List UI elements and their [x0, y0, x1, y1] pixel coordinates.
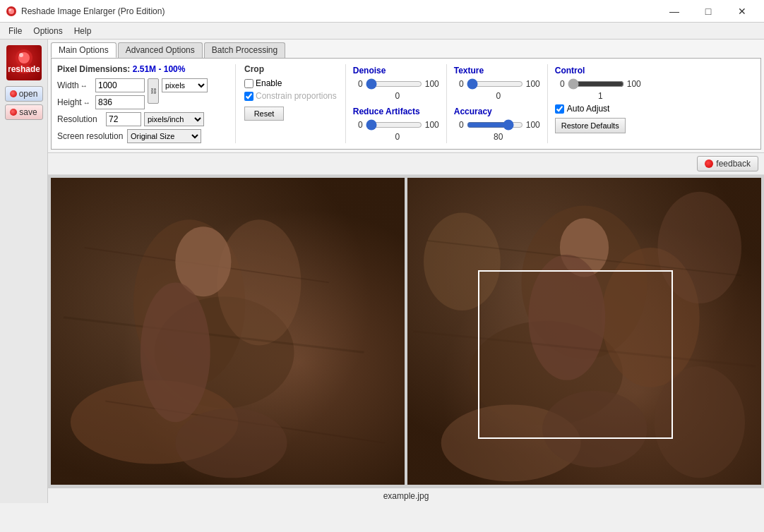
unit-row: pixels inches cm mm % [162, 78, 208, 92]
crop-section: Crop Enable Constrain proportions Reset [235, 64, 337, 143]
auto-adjust-row: Auto Adjust [555, 104, 646, 114]
texture-min: 0 [454, 79, 464, 89]
app-logo: reshade [6, 45, 42, 80]
texture-slider[interactable] [467, 78, 523, 90]
content-area: Main Options Advanced Options Batch Proc… [48, 40, 764, 503]
tab-main-options[interactable]: Main Options [51, 42, 117, 58]
height-arrow-icon: ↔ [83, 99, 90, 107]
crop-title: Crop [244, 64, 337, 74]
unit-select[interactable]: pixels inches cm mm % [162, 78, 208, 92]
menu-options[interactable]: Options [28, 25, 68, 37]
options-panel: Main Options Advanced Options Batch Proc… [48, 40, 764, 153]
reduce-artifacts-slider[interactable] [366, 119, 422, 131]
auto-adjust-label[interactable]: Auto Adjust [567, 104, 610, 114]
screen-resolution-row: Screen resolution Original Size Full Scr… [57, 129, 227, 143]
control-section: Control 0 100 1 Auto Adjust [547, 64, 646, 143]
crop-enable-checkbox[interactable] [244, 79, 253, 88]
window-controls: — □ ✕ [658, 0, 758, 23]
height-row: Height ↔ [57, 95, 145, 109]
svg-point-29 [542, 391, 647, 468]
svg-text:reshade: reshade [8, 64, 40, 74]
status-bar: example.jpg [48, 488, 764, 503]
resolution-unit-select[interactable]: pixels/inch pixels/cm [144, 112, 204, 126]
left-image-svg [51, 178, 405, 485]
resolution-label: Resolution [57, 114, 103, 124]
titlebar: Reshade Image Enlarger (Pro Edition) — □… [0, 0, 764, 23]
denoise-min: 0 [353, 79, 363, 89]
pixel-dimensions-label: Pixel Dimensions: 2.51M - 100% [57, 64, 227, 74]
svg-point-5 [19, 53, 23, 57]
svg-point-30 [424, 212, 501, 310]
auto-adjust-checkbox[interactable] [555, 104, 564, 114]
open-icon [10, 90, 17, 97]
app-icon [6, 6, 17, 17]
reduce-artifacts-slider-row: 0 100 [353, 119, 442, 131]
screen-resolution-select[interactable]: Original Size Full Screen Custom [127, 129, 201, 143]
menu-help[interactable]: Help [68, 25, 97, 37]
crop-constrain-row: Constrain proportions [244, 91, 337, 101]
reduce-artifacts-value: 0 [389, 132, 406, 142]
reduce-artifacts-max: 100 [425, 120, 442, 130]
denoise-value: 0 [389, 91, 406, 101]
texture-value: 0 [490, 91, 507, 101]
svg-point-19 [175, 408, 287, 478]
panel-content: Pixel Dimensions: 2.51M - 100% Width ↔ [51, 58, 761, 150]
slider-sections: Denoise 0 100 0 Reduce Artifacts 0 [345, 64, 755, 143]
crop-reset-button[interactable]: Reset [244, 107, 284, 121]
minimize-button[interactable]: — [658, 0, 691, 23]
crop-constrain-checkbox[interactable] [244, 92, 253, 101]
menu-file[interactable]: File [3, 25, 28, 37]
control-slider[interactable] [568, 78, 624, 90]
filename-label: example.jpg [383, 491, 429, 501]
width-arrow-icon: ↔ [80, 82, 88, 90]
reduce-artifacts-title: Reduce Artifacts [353, 107, 442, 116]
images-area [48, 175, 764, 488]
right-image-panel [407, 178, 761, 485]
width-row: Width ↔ [57, 78, 145, 92]
right-image-svg [407, 178, 761, 485]
menubar: File Options Help [0, 23, 764, 40]
denoise-slider-row: 0 100 [353, 78, 442, 90]
save-button[interactable]: save [5, 104, 43, 120]
dimensions-section: Pixel Dimensions: 2.51M - 100% Width ↔ [57, 64, 227, 143]
tab-advanced-options[interactable]: Advanced Options [118, 42, 203, 58]
restore-defaults-button[interactable]: Restore Defaults [555, 118, 626, 133]
tab-batch-processing[interactable]: Batch Processing [204, 42, 285, 58]
crop-enable-row: Enable [244, 78, 337, 88]
close-button[interactable]: ✕ [726, 0, 758, 23]
svg-point-2 [8, 8, 11, 11]
accuracy-slider[interactable] [467, 119, 523, 131]
accuracy-slider-row: 0 100 [454, 119, 543, 131]
maximize-button[interactable]: □ [692, 0, 724, 23]
pixel-dimensions-value: 2.51M - 100% [133, 64, 186, 74]
open-button[interactable]: open [5, 86, 43, 102]
crop-enable-label[interactable]: Enable [256, 78, 282, 88]
denoise-section: Denoise 0 100 0 Reduce Artifacts 0 [345, 64, 446, 143]
width-label: Width ↔ [57, 80, 92, 90]
svg-point-26 [654, 366, 745, 478]
resolution-row: Resolution pixels/inch pixels/cm [57, 112, 227, 126]
app-layout: reshade open save Main Options Advanced … [0, 40, 764, 503]
denoise-title: Denoise [353, 66, 442, 75]
svg-point-18 [141, 282, 210, 422]
texture-section: Texture 0 100 0 Accuracy 0 [446, 64, 547, 143]
link-proportions-icon: ⛓ [148, 78, 159, 104]
svg-point-28 [528, 255, 605, 380]
height-input[interactable] [95, 95, 145, 109]
reduce-artifacts-min: 0 [353, 120, 363, 130]
resolution-input[interactable] [106, 112, 141, 126]
screen-resolution-label: Screen resolution [57, 131, 124, 141]
feedback-button[interactable]: feedback [697, 156, 758, 171]
control-min: 0 [555, 79, 565, 89]
control-max: 100 [627, 79, 644, 89]
denoise-slider[interactable] [366, 78, 422, 90]
svg-point-31 [657, 192, 741, 303]
width-input[interactable] [95, 78, 145, 92]
accuracy-min: 0 [454, 120, 464, 130]
tab-bar: Main Options Advanced Options Batch Proc… [48, 40, 764, 58]
svg-point-13 [217, 219, 302, 345]
accuracy-max: 100 [526, 120, 543, 130]
crop-constrain-label[interactable]: Constrain proportions [256, 91, 337, 101]
left-image-panel [51, 178, 405, 485]
control-title: Control [555, 66, 646, 75]
